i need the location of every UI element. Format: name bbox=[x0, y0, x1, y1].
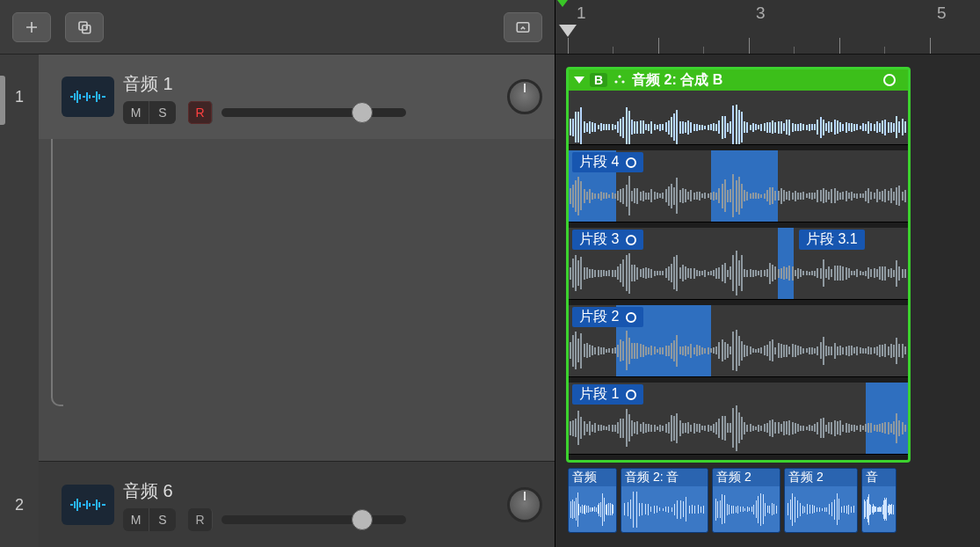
audio-region[interactable]: 音频 2 bbox=[712, 468, 780, 533]
take-folder-header[interactable]: B 音频 2: 合成 B bbox=[569, 69, 908, 91]
audio-region[interactable]: 音频 bbox=[568, 468, 617, 533]
ruler[interactable]: 1 3 5 bbox=[555, 0, 980, 55]
record-arm-button[interactable]: R bbox=[188, 508, 213, 531]
mute-button[interactable]: M bbox=[123, 508, 149, 531]
tracks-toolbar bbox=[0, 0, 555, 55]
track-number-column: 1 2 bbox=[0, 55, 39, 547]
loop-icon bbox=[626, 312, 636, 323]
take-folder-title: 音频 2: 合成 B bbox=[632, 71, 722, 90]
pan-knob[interactable] bbox=[507, 79, 542, 114]
region-row: 音频 音频 2: 音 音频 2 音频 2 音 bbox=[568, 468, 912, 533]
loop-icon[interactable] bbox=[883, 74, 896, 86]
track-header[interactable]: 音频 1 M S R bbox=[39, 55, 555, 139]
comp-lane[interactable] bbox=[569, 91, 908, 145]
svg-point-4 bbox=[619, 75, 621, 77]
waveform bbox=[569, 91, 908, 144]
volume-slider[interactable] bbox=[221, 515, 406, 524]
region-label: 音频 2: 音 bbox=[621, 469, 708, 486]
take-label[interactable]: 片段 2 bbox=[572, 307, 643, 327]
track-name[interactable]: 音频 6 bbox=[123, 479, 507, 503]
take-label[interactable]: 片段 3 bbox=[572, 230, 643, 250]
timeline: 1 3 5 B 音频 2: 合成 B bbox=[555, 0, 980, 547]
disclosure-triangle-icon[interactable] bbox=[574, 77, 584, 84]
tracks-panel: 1 2 音频 1 M S R bbox=[0, 0, 555, 547]
volume-slider[interactable] bbox=[221, 108, 406, 117]
take-label[interactable]: 片段 3.1 bbox=[799, 230, 865, 250]
playhead[interactable] bbox=[559, 25, 577, 37]
region-label: 音 bbox=[862, 469, 896, 486]
audio-region[interactable]: 音频 2 bbox=[784, 468, 858, 533]
collapse-tracks-button[interactable] bbox=[504, 12, 542, 42]
pan-knob[interactable] bbox=[507, 487, 542, 522]
ruler-bar-number: 1 bbox=[577, 4, 586, 23]
loop-icon bbox=[626, 157, 636, 168]
take-folder[interactable]: B 音频 2: 合成 B 片段 4 片 bbox=[566, 67, 911, 463]
record-arm-button[interactable]: R bbox=[188, 101, 213, 124]
track-number[interactable]: 2 bbox=[0, 496, 39, 514]
region-label: 音频 2 bbox=[713, 469, 780, 486]
waveform-icon bbox=[69, 496, 107, 514]
take-folder-gutter bbox=[51, 139, 63, 406]
audio-region[interactable]: 音 bbox=[861, 468, 897, 533]
track-number[interactable]: 1 bbox=[0, 88, 39, 106]
loop-icon bbox=[626, 390, 636, 400]
volume-thumb[interactable] bbox=[352, 102, 373, 123]
solo-button[interactable]: S bbox=[149, 508, 176, 531]
mute-button[interactable]: M bbox=[123, 101, 149, 124]
add-track-button[interactable] bbox=[12, 12, 51, 42]
cycle-start-marker[interactable] bbox=[557, 0, 568, 7]
solo-button[interactable]: S bbox=[149, 101, 176, 124]
duplicate-icon bbox=[76, 19, 92, 35]
track-name[interactable]: 音频 1 bbox=[123, 72, 507, 96]
ruler-bar-number: 5 bbox=[937, 4, 947, 23]
volume-thumb[interactable] bbox=[352, 509, 373, 530]
svg-point-3 bbox=[615, 80, 618, 83]
take-lane[interactable]: 片段 3 片段 3.1 bbox=[569, 228, 908, 300]
svg-point-5 bbox=[622, 80, 625, 83]
audio-region[interactable]: 音频 2: 音 bbox=[621, 468, 708, 533]
duplicate-track-button[interactable] bbox=[65, 12, 104, 42]
plus-icon bbox=[24, 19, 40, 35]
take-lane[interactable]: 片段 4 bbox=[569, 150, 908, 222]
collapse-icon bbox=[515, 19, 531, 35]
region-label: 音频 2 bbox=[785, 469, 857, 486]
take-lane[interactable]: 片段 2 bbox=[569, 305, 908, 377]
track-header[interactable]: 音频 6 M S R bbox=[39, 461, 555, 547]
quick-swipe-badge[interactable]: B bbox=[590, 73, 607, 87]
region-label: 音频 bbox=[569, 469, 616, 486]
take-label[interactable]: 片段 1 bbox=[572, 384, 643, 405]
take-menu-icon[interactable] bbox=[613, 71, 627, 89]
track-type-icon bbox=[62, 77, 114, 117]
ruler-bar-number: 3 bbox=[756, 4, 766, 23]
take-label[interactable]: 片段 4 bbox=[572, 152, 643, 172]
msr-group: M S bbox=[123, 508, 176, 531]
loop-icon bbox=[626, 235, 636, 245]
arrange-area[interactable]: B 音频 2: 合成 B 片段 4 片 bbox=[555, 55, 980, 547]
track-type-icon bbox=[62, 485, 114, 525]
take-lane[interactable]: 片段 1 bbox=[569, 383, 908, 455]
waveform-icon bbox=[69, 88, 107, 106]
msr-group: M S bbox=[123, 101, 176, 124]
